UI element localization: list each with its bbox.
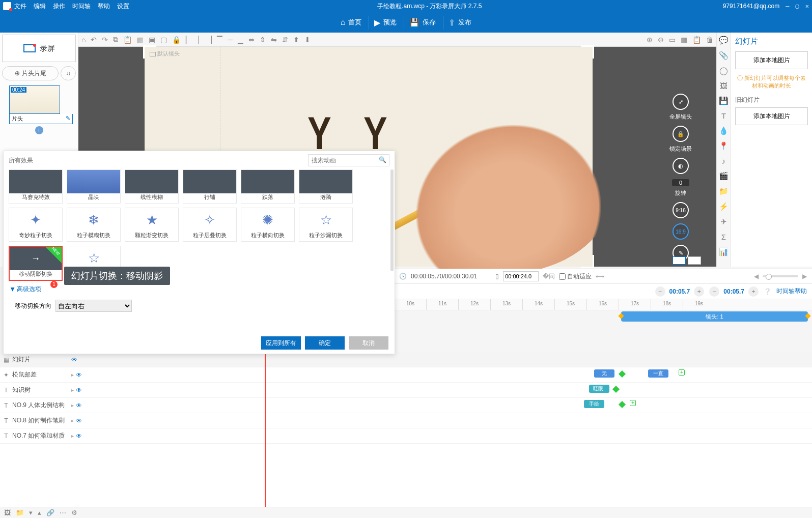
zoom-tri-r[interactable]: ▶ <box>802 273 807 280</box>
tool-lock-icon[interactable]: 🔒 <box>172 36 181 44</box>
keyframe[interactable] <box>612 386 620 393</box>
tool-align-c-icon[interactable]: │ <box>197 36 201 44</box>
minus-button[interactable]: − <box>709 286 719 297</box>
fx-particle-4[interactable]: ✧粒子层叠切换 <box>183 208 237 242</box>
menu-file[interactable]: 文件 <box>14 2 26 11</box>
rotate-value[interactable]: 0 <box>672 179 689 186</box>
clip-always[interactable]: 一直 <box>648 369 668 378</box>
mini-thumb[interactable] <box>688 256 701 265</box>
shape-icon[interactable]: ◯ <box>719 66 728 75</box>
shot-bar[interactable]: 镜头: 1 <box>621 311 808 322</box>
account[interactable]: 979171641@qq.com <box>723 3 780 10</box>
tool-redo-icon[interactable]: ↷ <box>102 36 108 44</box>
bb-more-icon[interactable]: ⋯ <box>60 509 66 516</box>
bb-folder-icon[interactable]: 📁 <box>16 509 24 516</box>
save-button[interactable]: 💾保存 <box>404 16 441 30</box>
tool-flip-h-icon[interactable]: ⇋ <box>271 36 277 44</box>
chat-icon[interactable]: 💬 <box>719 36 729 45</box>
fx-move-shadow[interactable]: →移动阴影切换 <box>9 246 63 281</box>
slide-thumb[interactable]: 00:24 片头✎ <box>9 85 73 124</box>
visibility-icon[interactable]: 👁 <box>71 356 77 363</box>
menu-edit[interactable]: 编辑 <box>34 2 46 11</box>
video-icon[interactable]: 🎬 <box>719 171 729 181</box>
apply-all-button[interactable]: 应用到所有 <box>261 336 301 350</box>
tool-align-t-icon[interactable]: ▔ <box>217 36 222 44</box>
tool-home-icon[interactable]: ⌂ <box>81 36 86 44</box>
mini-thumb[interactable] <box>673 256 686 265</box>
fx-drop[interactable]: 跌落 <box>241 169 295 204</box>
tool-fit-icon[interactable]: ▭ <box>669 36 676 44</box>
lock-scene-button[interactable]: 🔒 <box>673 126 689 142</box>
bb-image-icon[interactable]: 🖼 <box>4 509 11 516</box>
timeline-help-link[interactable]: 时间轴帮助 <box>776 287 807 296</box>
fx-ripple[interactable]: 涟漪 <box>299 169 353 204</box>
tool-layers-icon[interactable]: ▦ <box>137 36 144 44</box>
cancel-button[interactable]: 取消 <box>349 336 388 350</box>
plus-button[interactable]: + <box>694 286 704 297</box>
add-local-image-button[interactable]: 添加本地图片 <box>735 51 808 69</box>
text-icon[interactable]: T <box>721 111 726 120</box>
plane-icon[interactable]: ✈ <box>720 217 727 226</box>
autofit-checkbox[interactable] <box>559 273 566 280</box>
pin-icon[interactable]: 📍 <box>719 141 729 151</box>
camera-time-input[interactable] <box>503 271 539 281</box>
add-local-image-button-2[interactable]: 添加本地图片 <box>735 107 808 125</box>
menu-action[interactable]: 操作 <box>53 2 65 11</box>
fx-mosaic[interactable]: 马赛克特效 <box>9 169 63 204</box>
fullscreen-camera-button[interactable]: ⤢ <box>673 94 689 110</box>
fx-particle-6[interactable]: ☆粒子沙漏切换 <box>299 208 353 242</box>
visibility-icon[interactable]: 👁 <box>76 417 82 424</box>
fx-particle-5[interactable]: ✺粒子横向切换 <box>241 208 295 242</box>
note-icon[interactable]: ♪ <box>722 157 726 165</box>
tool-group-icon[interactable]: ▣ <box>149 36 155 44</box>
menu-timeline[interactable]: 时间轴 <box>72 2 91 11</box>
tool-zoom-in-icon[interactable]: ⊕ <box>647 36 653 44</box>
tool-grid-icon[interactable]: ▦ <box>681 36 687 44</box>
ratio-9-16-button[interactable]: 9:16 <box>673 202 689 218</box>
menu-settings[interactable]: 设置 <box>117 2 129 11</box>
fit-width-icon[interactable]: ⟷ <box>596 273 604 280</box>
stepper-icon[interactable]: �同 <box>543 272 555 281</box>
fx-advanced-toggle[interactable]: ▶高级选项 1 <box>4 281 395 298</box>
add-slide-button[interactable]: + <box>35 126 43 134</box>
clip-none[interactable]: 无 <box>594 369 614 378</box>
zoom-tri-l[interactable]: ◀ <box>754 273 759 280</box>
keyframe[interactable] <box>619 401 626 408</box>
zoom-slider[interactable] <box>763 275 798 277</box>
clip-blink[interactable]: 眨眼- <box>589 385 609 393</box>
tool-back-icon[interactable]: ⬇ <box>304 36 311 44</box>
bb-link-icon[interactable]: 🔗 <box>46 509 54 516</box>
playhead[interactable] <box>265 350 266 507</box>
fx-particle-2[interactable]: ❄粒子模糊切换 <box>67 208 121 242</box>
rotate-button[interactable]: ◐ <box>673 158 689 174</box>
tool-align-r-icon[interactable]: ▕ <box>206 36 212 44</box>
visibility-icon[interactable]: 👁 <box>76 433 82 440</box>
head-tail-button[interactable]: ⊕片头片尾 <box>2 66 59 80</box>
keyframe[interactable] <box>619 370 626 378</box>
preview-button[interactable]: ▶预览 <box>369 16 402 30</box>
visibility-icon[interactable]: 👁 <box>76 402 82 409</box>
tool-delete-icon[interactable]: 🗑 <box>706 36 713 44</box>
visibility-icon[interactable]: 👁 <box>76 371 82 379</box>
track-row[interactable]: T NO.9 人体比例结构▸ 👁 手绘 + <box>0 398 812 413</box>
tool-dist-v-icon[interactable]: ⇕ <box>260 36 266 44</box>
tool-ungroup-icon[interactable]: ▢ <box>160 36 167 44</box>
fx-crystal[interactable]: 晶块 <box>67 169 121 204</box>
fx-particle-1[interactable]: ✦奇妙粒子切换 <box>9 208 63 242</box>
search-icon[interactable]: 🔍 <box>379 156 386 163</box>
tool-clipboard-icon[interactable]: 📋 <box>692 36 701 44</box>
math-icon[interactable]: Σ <box>721 233 726 241</box>
fx-linear[interactable]: 线性模糊 <box>125 169 179 204</box>
bb-gear-icon[interactable]: ⚙ <box>71 509 77 516</box>
plus-button[interactable]: + <box>748 286 759 297</box>
bb-down-icon[interactable]: ▾ <box>29 509 33 516</box>
tool-align-l-icon[interactable]: ▏ <box>186 36 191 44</box>
track-row[interactable]: T 知识树▸ 👁 眨眼- <box>0 383 812 398</box>
tool-align-b-icon[interactable]: ▁ <box>238 36 243 44</box>
music-button[interactable]: ♫ <box>61 66 76 80</box>
tool-undo-icon[interactable]: ↶ <box>91 36 97 44</box>
minus-button[interactable]: − <box>655 286 665 297</box>
bb-up-icon[interactable]: ▴ <box>38 509 41 516</box>
save2-icon[interactable]: 💾 <box>719 96 729 105</box>
edit-icon[interactable]: ✎ <box>66 115 70 123</box>
